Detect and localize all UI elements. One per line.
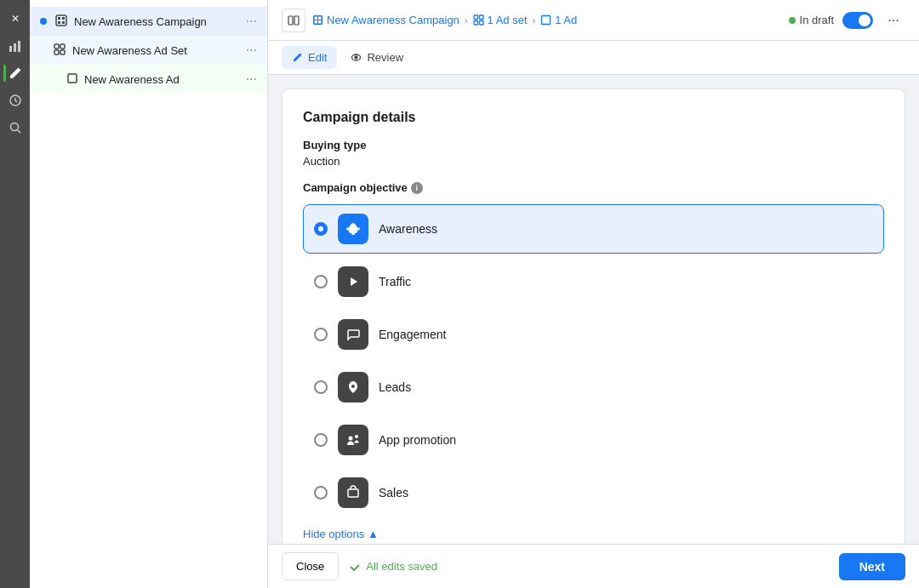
main-content: New Awareness Campaign › 1 Ad set › 1 Ad: [268, 0, 919, 588]
more-options-button[interactable]: ···: [882, 9, 905, 32]
ad-nav-label: New Awareness Ad: [84, 73, 239, 86]
campaign-details-card: Campaign details Buying type Auction Cam…: [282, 88, 905, 544]
svg-rect-15: [288, 16, 293, 25]
top-bar: New Awareness Campaign › 1 Ad set › 1 Ad: [268, 0, 919, 41]
clock-icon[interactable]: [3, 88, 27, 112]
app-promotion-label: App promotion: [379, 433, 456, 447]
leads-radio: [314, 380, 328, 394]
tab-bar: Edit Review: [268, 41, 919, 75]
edit-icon[interactable]: [3, 61, 27, 85]
traffic-label: Traffic: [379, 275, 411, 288]
objective-leads[interactable]: Leads: [303, 363, 884, 412]
app-promotion-radio: [314, 433, 328, 447]
search-icon[interactable]: [3, 116, 27, 140]
svg-rect-34: [348, 489, 358, 497]
sales-icon-box: [338, 477, 368, 508]
tab-edit[interactable]: Edit: [282, 46, 337, 69]
campaign-details-title: Campaign details: [303, 110, 884, 125]
svg-rect-5: [56, 15, 66, 26]
svg-rect-0: [9, 46, 12, 52]
engagement-icon-box: [338, 319, 368, 350]
draft-status-dot: [789, 17, 796, 24]
tab-review[interactable]: Review: [340, 46, 414, 69]
more-options-icon: ···: [888, 13, 899, 28]
objective-app-promotion[interactable]: App promotion: [303, 415, 884, 465]
svg-rect-9: [62, 21, 65, 24]
svg-rect-23: [479, 15, 483, 20]
svg-rect-19: [318, 17, 322, 20]
tab-edit-label: Edit: [308, 51, 327, 64]
leads-icon-box: [338, 372, 368, 402]
buying-type-value: Auction: [303, 155, 884, 168]
breadcrumb-campaign-label: New Awareness Campaign: [327, 14, 460, 26]
svg-point-33: [355, 435, 358, 438]
buying-type-label: Buying type: [303, 139, 884, 151]
campaign-toggle[interactable]: [842, 12, 873, 29]
adset-nav-label: New Awareness Ad Set: [72, 44, 239, 57]
svg-rect-8: [58, 21, 60, 24]
awareness-radio: [314, 222, 328, 236]
nav-sidebar: New Awareness Campaign ··· New Awareness…: [30, 0, 268, 588]
saved-message: All edits saved: [349, 560, 437, 573]
scroll-area: Campaign details Buying type Auction Cam…: [268, 75, 919, 544]
next-button[interactable]: Next: [839, 553, 905, 580]
hide-options-link[interactable]: Hide options ▲: [303, 528, 379, 540]
svg-point-4: [10, 123, 18, 131]
breadcrumb-ad[interactable]: 1 Ad: [540, 14, 577, 26]
svg-rect-20: [315, 20, 318, 24]
bottom-bar: Close All edits saved Next: [268, 544, 919, 588]
objective-engagement[interactable]: Engagement: [303, 310, 884, 359]
campaign-nav-label: New Awareness Campaign: [74, 15, 239, 28]
campaign-menu-icon[interactable]: ···: [246, 14, 257, 29]
svg-rect-1: [14, 43, 16, 52]
traffic-radio: [314, 275, 328, 288]
sidebar-toggle-button[interactable]: [282, 9, 305, 32]
left-sidebar: ✕: [0, 0, 30, 588]
svg-point-32: [349, 437, 353, 441]
ad-menu-icon[interactable]: ···: [246, 71, 257, 87]
svg-rect-12: [54, 50, 59, 54]
svg-rect-2: [18, 41, 20, 52]
traffic-icon-box: [338, 266, 368, 297]
draft-status-label: In draft: [800, 14, 834, 26]
breadcrumb-sep-2: ›: [533, 15, 536, 26]
svg-rect-24: [474, 21, 478, 26]
svg-rect-6: [58, 17, 60, 20]
chart-icon[interactable]: [3, 34, 27, 58]
objective-info-icon[interactable]: i: [411, 182, 423, 194]
svg-rect-10: [54, 44, 59, 49]
svg-rect-14: [68, 74, 77, 83]
svg-rect-26: [542, 16, 551, 25]
saved-text: All edits saved: [366, 560, 437, 573]
adset-menu-icon[interactable]: ···: [246, 43, 257, 58]
objectives-list: Awareness Traffic: [303, 204, 884, 517]
svg-point-28: [355, 56, 357, 59]
svg-rect-25: [479, 21, 483, 26]
objective-traffic[interactable]: Traffic: [303, 257, 884, 306]
svg-rect-7: [62, 17, 65, 20]
draft-badge: In draft: [789, 14, 834, 26]
leads-label: Leads: [379, 380, 411, 394]
svg-point-30: [357, 227, 360, 231]
sales-label: Sales: [379, 486, 408, 500]
nav-item-campaign[interactable]: New Awareness Campaign ···: [30, 7, 267, 36]
svg-rect-29: [351, 233, 355, 235]
breadcrumb-campaign[interactable]: New Awareness Campaign: [312, 14, 460, 26]
svg-rect-22: [474, 15, 478, 20]
awareness-label: Awareness: [379, 222, 437, 236]
campaign-dot: [40, 18, 47, 25]
breadcrumb-adset[interactable]: 1 Ad set: [473, 14, 528, 26]
objective-sales[interactable]: Sales: [303, 468, 884, 517]
objective-section-label: Campaign objective i: [303, 181, 884, 194]
engagement-radio: [314, 328, 328, 341]
tab-review-label: Review: [367, 51, 403, 64]
close-sidebar-icon[interactable]: ✕: [3, 7, 27, 31]
close-button[interactable]: Close: [282, 552, 339, 580]
svg-rect-13: [60, 50, 65, 54]
nav-item-adset[interactable]: New Awareness Ad Set ···: [30, 36, 267, 65]
campaign-icon: [55, 14, 67, 29]
nav-item-ad[interactable]: New Awareness Ad ···: [30, 65, 267, 94]
svg-rect-21: [318, 20, 322, 24]
breadcrumb-sep-1: ›: [465, 15, 468, 26]
objective-awareness[interactable]: Awareness: [303, 204, 884, 254]
